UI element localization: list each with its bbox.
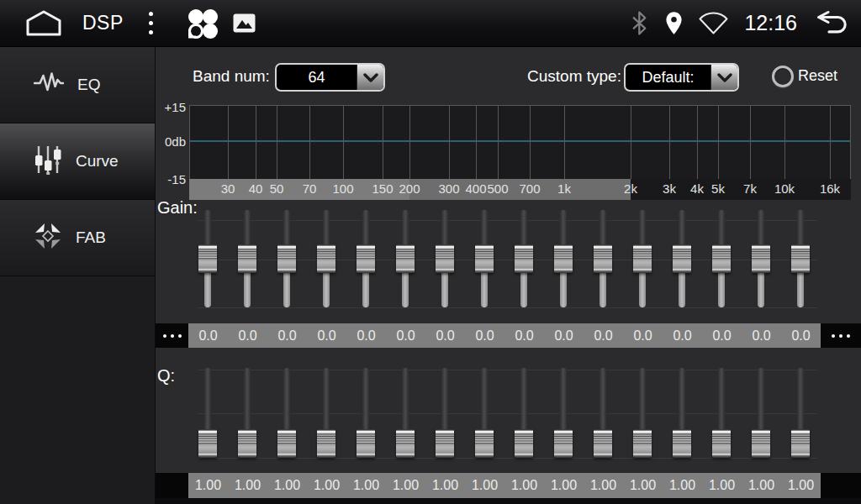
- q-slider-thumb[interactable]: [238, 429, 256, 458]
- gain-value: 0.0: [346, 323, 386, 348]
- clock: 12:16: [744, 11, 797, 35]
- gain-slider-thumb[interactable]: [277, 244, 296, 273]
- gain-slider-thumb[interactable]: [554, 244, 573, 273]
- gain-slider[interactable]: [712, 210, 731, 307]
- q-value: 1.00: [346, 473, 386, 498]
- gain-slider-thumb[interactable]: [436, 244, 454, 273]
- gain-slider-thumb[interactable]: [594, 244, 612, 273]
- q-slider[interactable]: [198, 368, 217, 458]
- reset-radio[interactable]: [772, 66, 794, 87]
- q-slider[interactable]: [673, 368, 691, 458]
- back-icon[interactable]: [811, 10, 849, 36]
- gain-more-left-button[interactable]: [156, 323, 188, 348]
- gain-slider-thumb[interactable]: [673, 244, 691, 273]
- q-slider-thumb[interactable]: [633, 429, 652, 458]
- freq-gridline: [697, 106, 698, 179]
- home-icon[interactable]: [25, 10, 62, 37]
- freq-gridline: [309, 106, 310, 179]
- gain-value: 0.0: [544, 323, 584, 348]
- gain-slider-thumb[interactable]: [317, 244, 335, 273]
- q-slider-thumb[interactable]: [712, 429, 731, 458]
- q-value: 1.00: [307, 473, 346, 498]
- q-slider-thumb[interactable]: [317, 429, 335, 458]
- gain-slider-thumb[interactable]: [475, 244, 494, 273]
- q-slider-thumb[interactable]: [357, 429, 375, 458]
- gain-more-right-button[interactable]: [821, 323, 861, 348]
- gain-slider[interactable]: [673, 210, 691, 307]
- q-slider[interactable]: [633, 368, 652, 458]
- eq-wave-icon: [34, 71, 64, 99]
- freq-gridline: [256, 106, 256, 179]
- q-slider-thumb[interactable]: [594, 429, 612, 458]
- gain-slider[interactable]: [238, 210, 256, 307]
- q-slider[interactable]: [594, 368, 612, 458]
- q-slider[interactable]: [277, 368, 296, 458]
- gain-slider-thumb[interactable]: [515, 244, 533, 273]
- q-slider[interactable]: [752, 368, 770, 458]
- q-slider-thumb[interactable]: [475, 429, 494, 458]
- q-slider-thumb[interactable]: [396, 429, 415, 458]
- gain-slider[interactable]: [515, 210, 533, 307]
- q-slider[interactable]: [791, 368, 810, 458]
- gain-slider[interactable]: [396, 210, 415, 307]
- gain-slider[interactable]: [436, 210, 454, 307]
- gain-slider[interactable]: [475, 210, 494, 307]
- overflow-menu-icon[interactable]: [145, 8, 156, 38]
- gain-slider[interactable]: [594, 210, 612, 307]
- gain-slider-thumb[interactable]: [357, 244, 375, 273]
- gain-slider[interactable]: [633, 210, 652, 307]
- gain-slider-thumb[interactable]: [238, 244, 256, 273]
- custom-type-dropdown[interactable]: Default:: [624, 63, 739, 92]
- gallery-icon[interactable]: [233, 13, 256, 33]
- sidebar-item-eq[interactable]: EQ: [0, 47, 155, 123]
- q-slider-thumb[interactable]: [673, 429, 691, 458]
- gain-slider[interactable]: [198, 210, 217, 307]
- q-slider-thumb[interactable]: [436, 429, 454, 458]
- plot-edge-gridline: [189, 106, 190, 179]
- freq-gridline: [277, 106, 277, 179]
- band-num-dropdown[interactable]: 64: [275, 63, 385, 92]
- sidebar: EQ Curve FAB: [0, 47, 156, 504]
- q-slider[interactable]: [238, 368, 256, 458]
- location-icon: [665, 11, 683, 35]
- gain-slider-thumb[interactable]: [633, 244, 652, 273]
- gain-slider-thumb[interactable]: [752, 244, 770, 273]
- q-slider[interactable]: [357, 368, 375, 458]
- gain-slider[interactable]: [357, 210, 375, 307]
- q-slider-thumb[interactable]: [554, 429, 573, 458]
- gain-slider[interactable]: [791, 210, 810, 307]
- freq-gridline: [476, 106, 477, 179]
- q-slider-thumb[interactable]: [791, 429, 810, 458]
- q-slider-thumb[interactable]: [752, 429, 770, 458]
- apps-clover-icon[interactable]: [185, 6, 220, 41]
- gain-slider[interactable]: [554, 210, 573, 307]
- gain-slider[interactable]: [277, 210, 296, 307]
- q-slider[interactable]: [436, 368, 454, 458]
- q-slider[interactable]: [515, 368, 533, 458]
- gain-slider-thumb[interactable]: [791, 244, 810, 273]
- q-slider[interactable]: [317, 368, 335, 458]
- sidebar-item-fab[interactable]: FAB: [0, 200, 155, 276]
- q-slider-thumb[interactable]: [198, 429, 217, 458]
- gain-slider-thumb[interactable]: [198, 244, 217, 273]
- q-slider-thumb[interactable]: [515, 429, 533, 458]
- sidebar-item-curve[interactable]: Curve: [0, 123, 155, 200]
- gain-value: 0.0: [663, 323, 702, 348]
- freq-tick-label: 16k: [811, 181, 848, 196]
- q-slider-thumb[interactable]: [277, 429, 296, 458]
- gain-slider[interactable]: [752, 210, 770, 307]
- freq-gridline: [564, 106, 565, 179]
- q-value: 1.00: [425, 473, 465, 498]
- chevron-down-icon[interactable]: [710, 65, 737, 90]
- gain-value: 0.0: [504, 323, 544, 348]
- band-num-label: Band num:: [193, 67, 270, 86]
- chevron-down-icon[interactable]: [357, 65, 383, 90]
- q-slider[interactable]: [475, 368, 494, 458]
- q-slider[interactable]: [554, 368, 573, 458]
- gain-slider[interactable]: [317, 210, 335, 307]
- q-slider[interactable]: [712, 368, 731, 458]
- q-slider[interactable]: [396, 368, 415, 458]
- gain-slider-thumb[interactable]: [396, 244, 415, 273]
- gain-slider-thumb[interactable]: [712, 244, 731, 273]
- y-tick-minus15: -15: [156, 172, 186, 186]
